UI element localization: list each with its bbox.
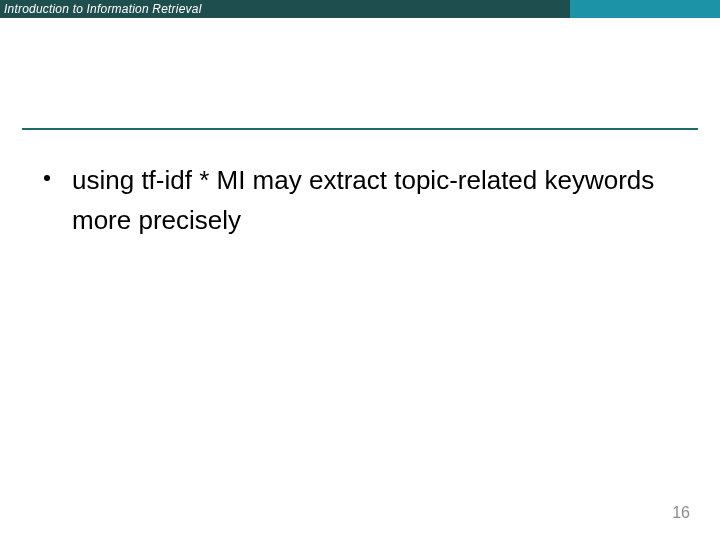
body-content: using tf-idf * MI may extract topic-rela… [40,160,680,241]
header-bar: Introduction to Information Retrieval [0,0,720,18]
header-title: Introduction to Information Retrieval [4,2,202,16]
title-underline [22,128,698,130]
bullet-dot-icon [44,175,50,181]
bullet-item: using tf-idf * MI may extract topic-rela… [40,160,680,241]
header-accent [570,0,720,18]
bullet-text: using tf-idf * MI may extract topic-rela… [72,160,680,241]
header-left: Introduction to Information Retrieval [0,0,570,18]
slide: Introduction to Information Retrieval us… [0,0,720,540]
page-number: 16 [672,504,690,522]
